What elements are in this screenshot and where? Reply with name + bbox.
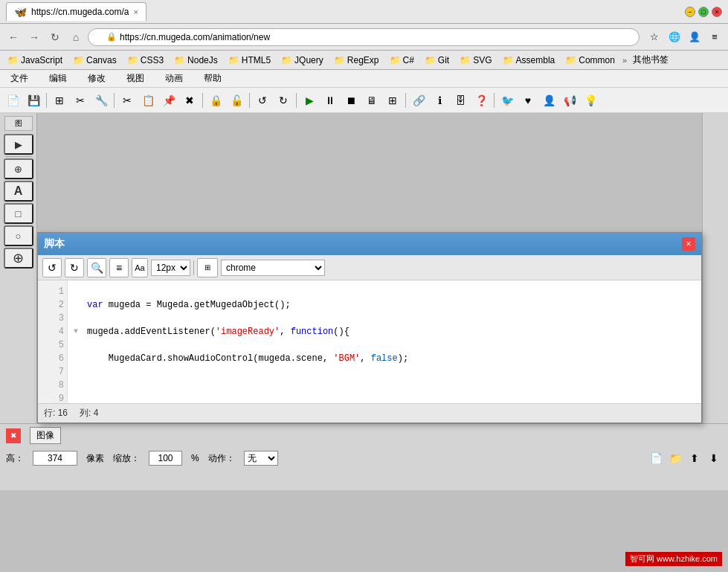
toolbar-separator4 [249, 93, 250, 108]
image-button[interactable]: 图像 [30, 427, 61, 444]
social3[interactable]: 👤 [539, 91, 558, 110]
other-bookmarks[interactable]: 其他书签 [628, 52, 673, 68]
folder-icon: 📁 [425, 55, 436, 65]
select-tool[interactable]: ▶ [4, 134, 33, 155]
tab-title: https://cn.mugeda.com/a [31, 7, 129, 17]
action-select[interactable]: 无 播放 停止 [244, 451, 278, 466]
minimize-button[interactable]: − [685, 7, 695, 17]
refresh-button[interactable]: ↻ [46, 28, 64, 46]
editor-list-button[interactable]: ≡ [109, 258, 129, 277]
back-button[interactable]: ← [4, 28, 22, 46]
tool5[interactable]: 🔧 [91, 91, 111, 110]
editor-undo-button[interactable]: ↺ [42, 258, 62, 277]
bottom-icon4[interactable]: ⬇ [706, 450, 722, 466]
paste-button[interactable]: 📌 [159, 91, 178, 110]
restore-button[interactable]: □ [698, 7, 709, 17]
menu-button[interactable]: ≡ [706, 28, 724, 46]
editor-redo-button[interactable]: ↻ [65, 258, 84, 277]
play-button[interactable]: ▶ [300, 91, 319, 110]
scale-label: 缩放： [113, 452, 140, 465]
menu-edit[interactable]: 编辑 [45, 71, 71, 86]
bookmark-common[interactable]: 📁 Common [561, 54, 619, 67]
scale-input[interactable] [149, 451, 182, 466]
preview-button[interactable]: 🖥 [362, 91, 381, 110]
help-button[interactable]: ❓ [471, 91, 491, 110]
bookmark-html5[interactable]: 📁 HTML5 [224, 54, 275, 67]
pause-button[interactable]: ⏸ [320, 91, 340, 110]
undo-button[interactable]: ↺ [253, 91, 272, 110]
bookmark-regexp[interactable]: 📁 RegExp [329, 54, 384, 67]
unlock-button[interactable]: 🔓 [227, 91, 246, 110]
dialog-close-button[interactable]: × [682, 237, 695, 251]
menu-help[interactable]: 帮助 [199, 71, 226, 86]
menu-view[interactable]: 视图 [122, 71, 149, 86]
bottom-icon1[interactable]: 📄 [648, 450, 664, 466]
cut-button[interactable]: ✂ [117, 91, 137, 110]
bookmark-csharp[interactable]: 📁 C# [385, 54, 419, 67]
code-content[interactable]: var mugeda = Mugeda.getMugedaObject(); ▼… [68, 280, 701, 403]
bottom-icon2[interactable]: 📁 [667, 450, 683, 466]
menu-file[interactable]: 文件 [6, 71, 33, 86]
social2[interactable]: ♥ [518, 91, 538, 110]
share-button[interactable]: 📢 [560, 91, 579, 110]
scale-unit: % [191, 453, 199, 463]
bookmark-jquery[interactable]: 📁 JQuery [277, 54, 328, 67]
bookmark-nodejs[interactable]: 📁 NodeJs [170, 54, 222, 67]
bookmark-git[interactable]: 📁 Git [420, 54, 454, 67]
tool3[interactable]: ⊞ [50, 91, 69, 110]
delete-button[interactable]: ✖ [180, 91, 199, 110]
info-button[interactable]: ℹ [430, 91, 449, 110]
circle-tool[interactable]: ○ [4, 225, 33, 246]
bookmarks-more-button[interactable]: » [622, 56, 627, 65]
folder-icon: 📁 [174, 55, 185, 65]
editor-search-button[interactable]: 🔍 [87, 258, 106, 277]
transform-tool[interactable]: ⊕ [4, 158, 33, 179]
editor-mode-button[interactable]: ⊞ [197, 258, 218, 277]
bulb-button[interactable]: 💡 [581, 91, 600, 110]
link-button[interactable]: 🔗 [409, 91, 428, 110]
menu-animation[interactable]: 动画 [161, 71, 187, 86]
bottom-icon-group: 📄 📁 ⬆ ⬇ [648, 450, 722, 466]
bookmark-label: HTML5 [242, 55, 271, 65]
copy-button[interactable]: 📋 [138, 91, 158, 110]
dialog-footer: 行: 16 列: 4 [38, 403, 701, 422]
editor-font-button[interactable]: Aa [132, 258, 148, 277]
browser-titlebar: 🦋 https://cn.mugeda.com/a × − □ × [0, 0, 728, 24]
home-button[interactable]: ⌂ [67, 28, 85, 46]
text-tool[interactable]: A [4, 181, 33, 202]
theme-select[interactable]: chrome monokai eclipse [221, 260, 325, 276]
address-bar[interactable]: 🔒 https://cn.mugeda.com/animation/new [88, 28, 640, 46]
browser-tab[interactable]: 🦋 https://cn.mugeda.com/a × [6, 2, 146, 21]
bottom-icon3[interactable]: ⬆ [686, 450, 703, 466]
rectangle-tool[interactable]: □ [4, 203, 33, 224]
bookmark-assembla[interactable]: 📁 Assembla [498, 54, 560, 67]
toolbar-separator5 [296, 93, 297, 108]
bookmark-svg[interactable]: 📁 SVG [455, 54, 496, 67]
new-button[interactable]: 📄 [3, 91, 22, 110]
bookmark-canvas[interactable]: 📁 Canvas [68, 54, 121, 67]
bookmark-star-button[interactable]: ☆ [645, 28, 663, 46]
font-size-select[interactable]: 12px 14px 16px [151, 260, 190, 276]
close-button[interactable]: × [712, 7, 722, 17]
redo-button[interactable]: ↻ [274, 91, 293, 110]
navigation-bar: ← → ↻ ⌂ 🔒 https://cn.mugeda.com/animatio… [0, 24, 728, 51]
tool4[interactable]: ✂ [71, 91, 90, 110]
bookmark-css3[interactable]: 📁 CSS3 [123, 54, 168, 67]
forward-button[interactable]: → [25, 28, 43, 46]
lock-button[interactable]: 🔒 [206, 91, 225, 110]
extensions-button[interactable]: 🌐 [666, 28, 683, 46]
grid-button[interactable]: ⊞ [383, 91, 402, 110]
social1[interactable]: 🐦 [497, 91, 517, 110]
avatar-button[interactable]: 👤 [686, 28, 703, 46]
tab-close-button[interactable]: × [133, 7, 138, 16]
height-input[interactable] [33, 451, 77, 466]
add-tool[interactable]: ⊕ [4, 248, 33, 269]
save-button[interactable]: 💾 [24, 91, 43, 110]
error-button[interactable]: ✖ [6, 428, 21, 443]
menu-modify[interactable]: 修改 [83, 71, 110, 86]
bookmark-javascript[interactable]: 📁 JavaScript [3, 54, 67, 67]
stop-button[interactable]: ⏹ [341, 91, 361, 110]
dialog-header[interactable]: 脚本 × [38, 233, 701, 255]
db-button[interactable]: 🗄 [451, 91, 470, 110]
script-dialog: 脚本 × ↺ ↻ 🔍 ≡ Aa 12px 14px 16px ⊞ chrome … [37, 232, 702, 423]
